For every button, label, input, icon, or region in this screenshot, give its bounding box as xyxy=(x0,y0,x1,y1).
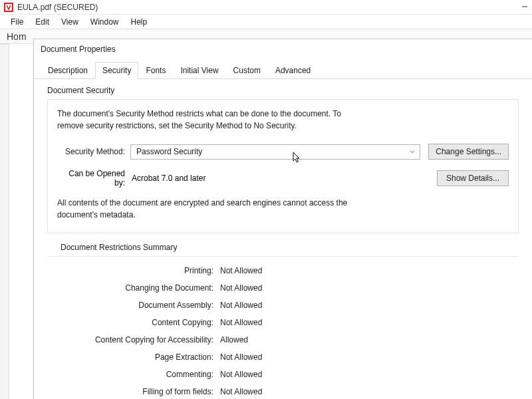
restriction-value: Allowed xyxy=(220,335,248,344)
restriction-row: Changing the Document: Not Allowed xyxy=(54,279,512,297)
restriction-row: Commenting: Not Allowed xyxy=(54,366,512,383)
security-description: The document's Security Method restricts… xyxy=(57,108,370,132)
encryption-note: All contents of the document are encrypt… xyxy=(57,197,390,221)
restriction-label: Content Copying for Accessibility: xyxy=(54,335,220,344)
menu-window[interactable]: Window xyxy=(85,16,124,28)
opened-by-value: Acrobat 7.0 and later xyxy=(130,174,429,183)
restriction-label: Printing: xyxy=(54,266,220,275)
tab-security[interactable]: Security xyxy=(95,62,138,79)
home-tab[interactable]: Hom xyxy=(7,31,27,42)
document-properties-dialog: Document Properties Description Security… xyxy=(33,39,532,399)
menu-edit[interactable]: Edit xyxy=(30,16,55,28)
restriction-label: Content Copying: xyxy=(54,318,220,327)
restriction-label: Commenting: xyxy=(54,370,220,379)
menu-file[interactable]: File xyxy=(5,16,29,28)
menu-help[interactable]: Help xyxy=(126,16,153,28)
opened-by-row: Can be Opened by: Acrobat 7.0 and later … xyxy=(57,169,509,188)
dialog-title: Document Properties xyxy=(34,39,532,62)
restriction-value: Not Allowed xyxy=(220,352,262,362)
restriction-value: Not Allowed xyxy=(220,301,262,310)
restriction-row: Content Copying for Accessibility: Allow… xyxy=(54,331,512,348)
restriction-label: Document Assembly: xyxy=(54,301,220,310)
restriction-row: Content Copying: Not Allowed xyxy=(54,314,512,331)
restrictions-title: Document Restrictions Summary xyxy=(47,233,519,257)
restriction-label: Changing the Document: xyxy=(54,283,220,293)
app-icon xyxy=(4,3,13,12)
security-method-row: Security Method: Password Security Chang… xyxy=(57,144,509,160)
security-method-value: Password Security xyxy=(136,147,408,156)
restriction-value: Not Allowed xyxy=(220,283,262,293)
tab-fonts[interactable]: Fonts xyxy=(138,62,173,79)
restriction-value: Not Allowed xyxy=(220,266,262,275)
window-titlebar: EULA.pdf (SECURED) xyxy=(0,0,532,15)
restriction-label: Page Extraction: xyxy=(54,352,220,362)
tab-advanced[interactable]: Advanced xyxy=(268,62,318,79)
security-method-label: Security Method: xyxy=(57,147,130,156)
menubar: File Edit View Window Help xyxy=(0,15,532,29)
tab-custom[interactable]: Custom xyxy=(226,62,268,79)
restriction-row: Printing: Not Allowed xyxy=(54,262,512,279)
restriction-row: Filling of form fields: Not Allowed xyxy=(54,383,512,399)
document-security-group: The document's Security Method restricts… xyxy=(47,99,519,233)
restriction-row: Page Extraction: Not Allowed xyxy=(54,348,512,366)
security-panel: Document Security The document's Securit… xyxy=(34,79,532,399)
restriction-value: Not Allowed xyxy=(220,318,262,327)
chevron-down-icon xyxy=(408,147,417,156)
change-settings-button[interactable]: Change Settings... xyxy=(428,144,509,160)
restriction-row: Document Assembly: Not Allowed xyxy=(54,297,512,314)
tab-description[interactable]: Description xyxy=(41,62,95,79)
window-title: EULA.pdf (SECURED) xyxy=(17,3,521,12)
tab-initial-view[interactable]: Initial View xyxy=(173,62,225,79)
restriction-label: Filling of form fields: xyxy=(54,387,220,396)
window-controls xyxy=(521,3,528,12)
document-security-label: Document Security xyxy=(41,79,525,99)
restrictions-list: Printing: Not Allowed Changing the Docum… xyxy=(41,257,525,399)
dialog-tabs: Description Security Fonts Initial View … xyxy=(34,62,532,79)
menu-view[interactable]: View xyxy=(56,16,84,28)
restriction-value: Not Allowed xyxy=(220,387,262,396)
restriction-value: Not Allowed xyxy=(220,370,262,379)
sidebar-stub xyxy=(0,44,9,399)
security-method-select[interactable]: Password Security xyxy=(130,144,420,160)
minimize-icon[interactable] xyxy=(521,3,528,12)
show-details-button[interactable]: Show Details... xyxy=(437,170,509,186)
opened-by-label: Can be Opened by: xyxy=(57,169,130,188)
